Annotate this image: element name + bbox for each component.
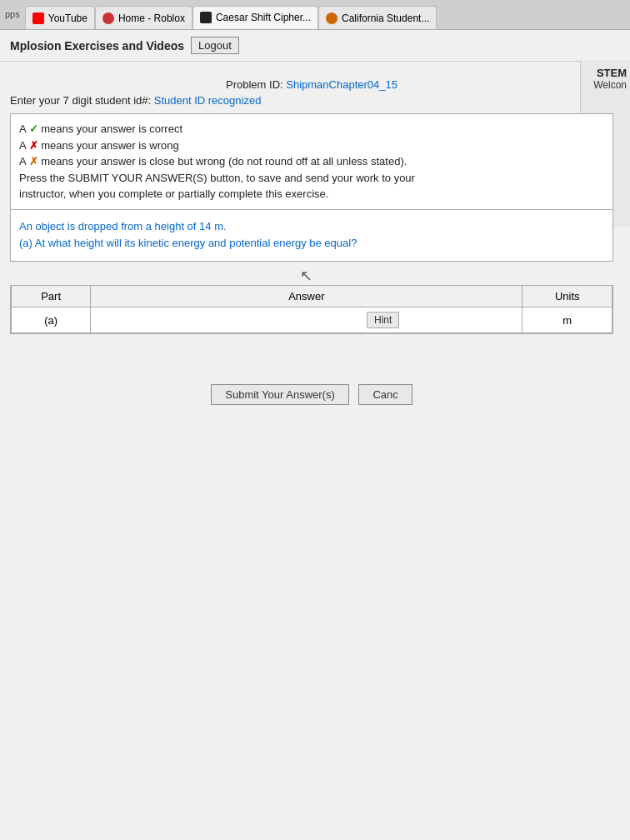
tab-youtube-label: YouTube [48,12,88,24]
instruction-line-1: A ✓ means your answer is correct [19,121,604,138]
cancel-button[interactable]: Canc [358,384,412,405]
cursor-area: ↖ [10,262,613,285]
answer-input-a[interactable] [213,313,363,326]
student-id-label: Enter your 7 digit student id#: [10,94,151,107]
col-header-units: Units [522,286,612,308]
apps-label: pps [0,9,25,19]
instruction-line-2: A ✗ means your answer is wrong [19,138,604,154]
answer-table: Part Answer Units (a) Hint m [11,285,612,333]
nav-bar: Mplosion Exercises and Videos Logout [0,30,630,62]
instruction-text-3: means your answer is close but wrong (do… [41,155,407,168]
instruction-line-3: A ✗ means your answer is close but wrong… [19,153,604,170]
tab-caesar[interactable]: Caesar Shift Cipher... [192,6,318,29]
tab-home-label: Home - Roblox [118,12,185,24]
table-header-row: Part Answer Units [12,286,612,308]
submit-area: Submit Your Answer(s) Canc [10,384,613,405]
col-header-answer: Answer [91,286,522,308]
cell-part-a: (a) [12,308,91,333]
problem-id-label: Problem ID: [226,78,283,91]
instruction-prefix-1: A [19,122,26,135]
site-title: Mplosion Exercises and Videos [10,39,184,52]
tab-home-roblox[interactable]: Home - Roblox [95,6,192,29]
roblox-favicon [102,12,114,24]
problem-line-1: An object is dropped from a height of 14… [19,218,604,236]
col-header-part: Part [12,286,91,308]
instruction-line-5: instructor, when you complete or partial… [19,186,604,202]
main-content: Problem ID: ShipmanChapter04_15 Enter yo… [0,62,630,422]
x-mark-close-icon: ✗ [29,155,38,168]
youtube-favicon [32,12,44,24]
tab-caesar-label: Caesar Shift Cipher... [216,12,311,23]
problem-line-2: (a) At what height will its kinetic ener… [19,235,604,252]
tab-youtube[interactable]: YouTube [25,6,95,29]
instruction-text-2: means your answer is wrong [41,139,178,152]
cursor-icon: ↖ [300,267,312,285]
california-favicon [326,12,338,24]
tab-california-label: California Student... [342,12,429,24]
logout-button[interactable]: Logout [191,37,239,54]
problem-id-value[interactable]: ShipmanChapter04_15 [286,78,398,91]
problem-statement-box: An object is dropped from a height of 14… [10,210,613,262]
instructions-box: A ✓ means your answer is correct A ✗ mea… [10,113,613,210]
cell-answer-a[interactable]: Hint [91,308,522,333]
x-mark-wrong-icon: ✗ [29,139,38,152]
caesar-favicon [200,12,212,23]
tab-california[interactable]: California Student... [318,6,437,29]
instruction-text-1: means your answer is correct [41,122,182,135]
cell-units-a: m [522,308,612,333]
tab-bar: pps YouTube Home - Roblox Caesar Shift C… [0,0,630,30]
instruction-prefix-3: A [19,155,26,168]
problem-id-line: Problem ID: ShipmanChapter04_15 [10,78,613,91]
answer-table-wrapper: Part Answer Units (a) Hint m [10,285,613,334]
submit-button[interactable]: Submit Your Answer(s) [211,384,349,405]
student-id-status: Student ID recognized [154,94,262,107]
instruction-prefix-2: A [19,139,26,152]
browser-content: Mplosion Exercises and Videos Logout STE… [0,30,630,840]
check-mark-icon: ✓ [29,122,38,135]
student-id-line: Enter your 7 digit student id#: Student … [10,94,613,107]
table-row: (a) Hint m [12,308,612,333]
instruction-line-4: Press the SUBMIT YOUR ANSWER(S) button, … [19,170,604,187]
hint-button[interactable]: Hint [367,312,399,328]
